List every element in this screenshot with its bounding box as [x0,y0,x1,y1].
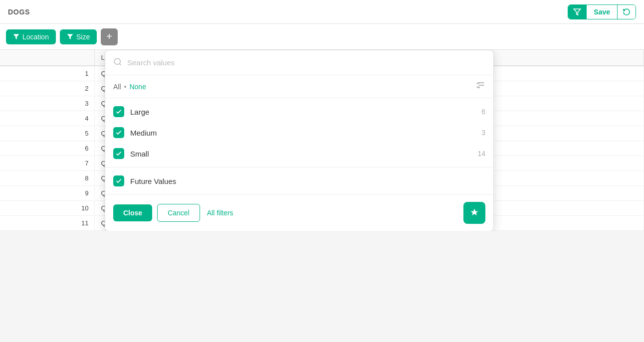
dot-separator: • [124,83,127,91]
option-medium-label: Medium [130,129,157,137]
dropdown-footer: Close Cancel All filters [105,194,493,231]
row-number: 1 [0,66,95,81]
row-number: 9 [0,186,95,201]
row-number: 8 [0,171,95,186]
option-large-label: Large [130,108,149,116]
option-large[interactable]: Large 6 [105,101,493,122]
checkbox-future-values[interactable] [113,175,124,186]
filter-size-button[interactable]: Size [60,29,97,44]
option-small-label: Small [130,150,149,158]
cancel-button[interactable]: Cancel [157,204,200,222]
dropdown-search-row [105,50,493,75]
svg-marker-2 [67,34,73,39]
row-number: 10 [0,201,95,216]
none-label[interactable]: None [129,83,146,91]
filter-dropdown: All • None Large 6 [105,50,494,231]
option-future-values-label: Future Values [130,177,176,185]
row-number: 6 [0,141,95,156]
sort-icon[interactable] [475,80,485,93]
add-filter-button[interactable]: + [101,28,118,45]
filter-size-label: Size [76,33,90,41]
row-number: 5 [0,126,95,141]
all-label[interactable]: All [113,83,121,91]
app-title: DOGS [8,8,30,16]
row-number: 7 [0,156,95,171]
app-bar: DOGS Save [0,0,644,24]
filter-location-button[interactable]: Location [6,29,56,44]
checkbox-small[interactable] [113,148,124,159]
filter-bar: Location Size + [0,24,644,50]
save-group: Save [568,4,636,19]
row-number: 3 [0,96,95,111]
checkbox-large[interactable] [113,106,124,117]
option-medium-count: 3 [481,129,485,137]
all-filters-link[interactable]: All filters [207,209,233,217]
option-large-count: 6 [481,108,485,116]
row-number: 4 [0,111,95,126]
option-future-values[interactable]: Future Values [105,171,493,191]
row-number: 2 [0,81,95,96]
svg-marker-0 [574,9,581,15]
all-none-labels: All • None [113,83,146,91]
filter-location-label: Location [22,33,49,41]
col-header-num [0,50,95,66]
svg-marker-1 [13,34,19,39]
save-icon-button[interactable] [568,5,586,19]
divider [105,167,493,168]
option-medium[interactable]: Medium 3 [105,122,493,143]
pin-button[interactable] [463,202,485,224]
search-input[interactable] [127,58,485,67]
svg-line-4 [119,63,121,65]
close-button[interactable]: Close [113,204,152,221]
save-button[interactable]: Save [586,5,617,19]
main-content: Loc ize 1 Queens 🔗Paula Rea 2 Queens 🔗Pa… [0,50,644,231]
search-icon [113,57,122,68]
option-small-count: 14 [477,150,485,158]
row-number: 11 [0,216,95,231]
reset-button[interactable] [617,5,636,19]
svg-point-3 [114,58,120,64]
all-none-row: All • None [105,75,493,98]
dropdown-options: Large 6 Medium 3 Small [105,98,493,194]
option-small[interactable]: Small 14 [105,143,493,164]
checkbox-medium[interactable] [113,127,124,138]
